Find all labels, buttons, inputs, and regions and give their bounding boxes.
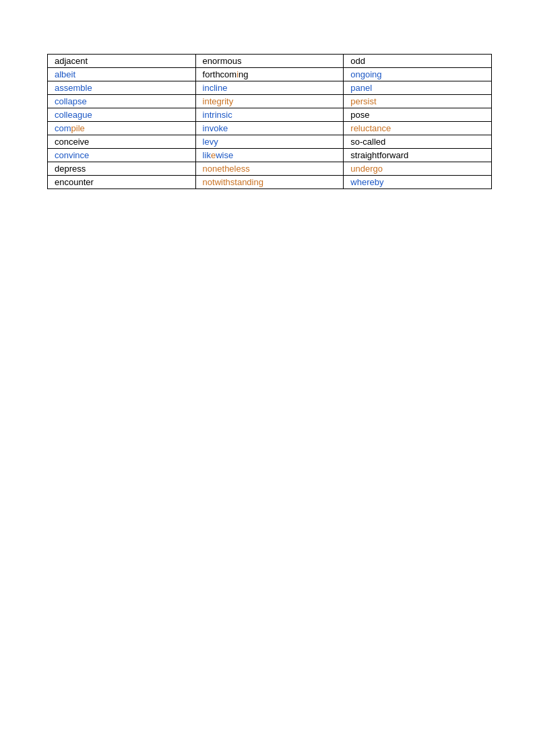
table-cell: pose	[344, 108, 492, 122]
table-cell: whereby	[344, 176, 492, 189]
word-item: notwithstanding	[203, 177, 263, 187]
word-item: intrinsic	[203, 110, 232, 120]
table-cell: convince	[48, 149, 196, 162]
word-item: likewise	[203, 150, 234, 160]
word-item: forthcoming	[203, 69, 249, 79]
table-cell: collapse	[48, 95, 196, 108]
table-cell: nonetheless	[195, 162, 344, 176]
table-cell: straightforward	[344, 149, 492, 162]
table-cell: levy	[195, 135, 344, 149]
table-cell: incline	[195, 81, 344, 95]
table-cell: conceive	[48, 135, 196, 149]
table-cell: depress	[48, 162, 196, 176]
table-cell: persist	[344, 95, 492, 108]
table-cell: albeit	[48, 68, 196, 81]
table-cell: undergo	[344, 162, 492, 176]
word-item: collapse	[55, 96, 87, 106]
word-item: depress	[55, 164, 86, 174]
word-table: adjacentenormousoddalbeitforthcomingongo…	[47, 54, 492, 189]
table-cell: encounter	[48, 176, 196, 189]
word-item: ongoing	[350, 69, 381, 79]
table-cell: enormous	[195, 55, 344, 68]
table-cell: likewise	[195, 149, 344, 162]
word-item: nonetheless	[203, 164, 250, 174]
table-cell: ongoing	[344, 68, 492, 81]
word-item: incline	[203, 83, 228, 93]
word-item: undergo	[350, 164, 383, 174]
word-item: convince	[55, 150, 89, 160]
word-item: enormous	[203, 56, 242, 66]
word-item: compile	[55, 123, 85, 133]
table-cell: notwithstanding	[195, 176, 344, 189]
word-item: assemble	[55, 83, 92, 93]
table-cell: forthcoming	[195, 68, 344, 81]
table-cell: reluctance	[344, 122, 492, 135]
word-item: so-called	[350, 137, 385, 147]
word-item: conceive	[55, 137, 89, 147]
table-cell: adjacent	[48, 55, 196, 68]
word-item: odd	[350, 56, 365, 66]
page: adjacentenormousoddalbeitforthcomingongo…	[0, 0, 535, 243]
table-cell: invoke	[195, 122, 344, 135]
table-cell: integrity	[195, 95, 344, 108]
word-item: reluctance	[350, 123, 391, 133]
table-cell: odd	[344, 55, 492, 68]
word-item: adjacent	[55, 56, 88, 66]
table-cell: compile	[48, 122, 196, 135]
word-item: straightforward	[350, 150, 408, 160]
word-item: levy	[203, 137, 218, 147]
word-item: encounter	[55, 177, 94, 187]
word-item: pose	[350, 110, 369, 120]
word-item: panel	[350, 83, 372, 93]
word-item: integrity	[203, 96, 234, 106]
word-item: colleague	[55, 110, 92, 120]
table-cell: colleague	[48, 108, 196, 122]
table-cell: intrinsic	[195, 108, 344, 122]
word-item: albeit	[55, 69, 75, 79]
word-item: invoke	[203, 123, 228, 133]
word-item: whereby	[350, 177, 383, 187]
table-cell: so-called	[344, 135, 492, 149]
word-item: persist	[350, 96, 376, 106]
table-cell: assemble	[48, 81, 196, 95]
table-cell: panel	[344, 81, 492, 95]
